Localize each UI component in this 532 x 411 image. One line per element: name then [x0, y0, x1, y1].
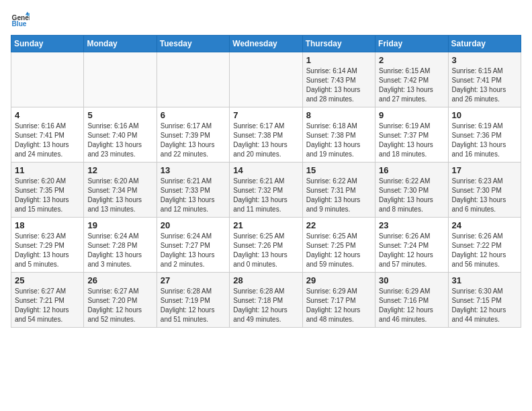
day-info: Sunrise: 6:19 AMSunset: 7:37 PMDaylight:…: [379, 122, 444, 159]
calendar-cell: 31Sunrise: 6:30 AMSunset: 7:15 PMDayligh…: [448, 273, 521, 328]
calendar-cell: 10Sunrise: 6:19 AMSunset: 7:36 PMDayligh…: [448, 107, 521, 163]
weekday-header-wednesday: Wednesday: [230, 36, 302, 52]
calendar-cell: 12Sunrise: 6:20 AMSunset: 7:34 PMDayligh…: [84, 163, 157, 218]
calendar-cell: 1Sunrise: 6:14 AMSunset: 7:43 PMDaylight…: [302, 52, 375, 107]
weekday-header-saturday: Saturday: [448, 36, 521, 52]
calendar-cell: 29Sunrise: 6:29 AMSunset: 7:17 PMDayligh…: [302, 273, 375, 328]
day-info: Sunrise: 6:21 AMSunset: 7:32 PMDaylight:…: [233, 177, 298, 214]
calendar-week-1: 1Sunrise: 6:14 AMSunset: 7:43 PMDaylight…: [11, 52, 521, 107]
calendar-cell: 18Sunrise: 6:23 AMSunset: 7:29 PMDayligh…: [11, 218, 84, 273]
calendar-cell: 28Sunrise: 6:28 AMSunset: 7:18 PMDayligh…: [230, 273, 302, 328]
calendar-cell: [157, 52, 229, 107]
day-number: 9: [379, 110, 444, 120]
calendar-cell: 16Sunrise: 6:22 AMSunset: 7:30 PMDayligh…: [375, 163, 448, 218]
day-number: 2: [379, 55, 444, 65]
logo: General Blue: [11, 11, 31, 30]
calendar-cell: [11, 52, 84, 107]
day-number: 1: [306, 55, 371, 65]
day-number: 6: [161, 110, 226, 120]
calendar-cell: 2Sunrise: 6:15 AMSunset: 7:42 PMDaylight…: [375, 52, 448, 107]
weekday-header-monday: Monday: [84, 36, 157, 52]
day-number: 13: [161, 165, 226, 175]
day-info: Sunrise: 6:29 AMSunset: 7:16 PMDaylight:…: [379, 287, 444, 324]
calendar-cell: 4Sunrise: 6:16 AMSunset: 7:41 PMDaylight…: [11, 107, 84, 163]
calendar-cell: 19Sunrise: 6:24 AMSunset: 7:28 PMDayligh…: [84, 218, 157, 273]
day-info: Sunrise: 6:27 AMSunset: 7:20 PMDaylight:…: [87, 287, 152, 324]
day-info: Sunrise: 6:29 AMSunset: 7:17 PMDaylight:…: [306, 287, 371, 324]
day-info: Sunrise: 6:23 AMSunset: 7:30 PMDaylight:…: [452, 177, 517, 214]
day-number: 26: [87, 275, 152, 285]
day-info: Sunrise: 6:15 AMSunset: 7:41 PMDaylight:…: [452, 66, 517, 104]
day-number: 4: [15, 110, 80, 120]
day-info: Sunrise: 6:26 AMSunset: 7:24 PMDaylight:…: [379, 232, 444, 269]
day-info: Sunrise: 6:22 AMSunset: 7:30 PMDaylight:…: [379, 177, 444, 214]
calendar-cell: 27Sunrise: 6:28 AMSunset: 7:19 PMDayligh…: [157, 273, 229, 328]
day-number: 7: [233, 110, 298, 120]
weekday-header-thursday: Thursday: [302, 36, 375, 52]
calendar-week-5: 25Sunrise: 6:27 AMSunset: 7:21 PMDayligh…: [11, 273, 521, 328]
calendar-cell: 13Sunrise: 6:21 AMSunset: 7:33 PMDayligh…: [157, 163, 229, 218]
weekday-row: SundayMondayTuesdayWednesdayThursdayFrid…: [11, 36, 521, 52]
day-number: 8: [306, 110, 371, 120]
day-info: Sunrise: 6:17 AMSunset: 7:39 PMDaylight:…: [161, 122, 226, 159]
day-number: 10: [452, 110, 517, 120]
day-info: Sunrise: 6:19 AMSunset: 7:36 PMDaylight:…: [452, 122, 517, 159]
weekday-header-tuesday: Tuesday: [157, 36, 229, 52]
weekday-header-sunday: Sunday: [11, 36, 84, 52]
day-number: 30: [379, 275, 444, 285]
day-info: Sunrise: 6:17 AMSunset: 7:38 PMDaylight:…: [233, 122, 298, 159]
day-number: 11: [15, 165, 80, 175]
day-number: 31: [452, 275, 517, 285]
logo-icon: General Blue: [11, 11, 30, 30]
calendar-cell: [84, 52, 157, 107]
calendar-cell: 5Sunrise: 6:16 AMSunset: 7:40 PMDaylight…: [84, 107, 157, 163]
day-info: Sunrise: 6:27 AMSunset: 7:21 PMDaylight:…: [15, 287, 80, 324]
day-number: 14: [233, 165, 298, 175]
day-number: 18: [15, 220, 80, 230]
day-number: 24: [452, 220, 517, 230]
day-number: 25: [15, 275, 80, 285]
page-header: General Blue: [11, 11, 521, 30]
calendar-cell: 25Sunrise: 6:27 AMSunset: 7:21 PMDayligh…: [11, 273, 84, 328]
day-info: Sunrise: 6:18 AMSunset: 7:38 PMDaylight:…: [306, 122, 371, 159]
day-info: Sunrise: 6:20 AMSunset: 7:34 PMDaylight:…: [87, 177, 152, 214]
day-number: 5: [87, 110, 152, 120]
calendar-cell: 14Sunrise: 6:21 AMSunset: 7:32 PMDayligh…: [230, 163, 302, 218]
day-info: Sunrise: 6:23 AMSunset: 7:29 PMDaylight:…: [15, 232, 80, 269]
day-info: Sunrise: 6:16 AMSunset: 7:40 PMDaylight:…: [87, 122, 152, 159]
calendar-cell: 11Sunrise: 6:20 AMSunset: 7:35 PMDayligh…: [11, 163, 84, 218]
day-number: 17: [452, 165, 517, 175]
day-info: Sunrise: 6:26 AMSunset: 7:22 PMDaylight:…: [452, 232, 517, 269]
calendar-week-3: 11Sunrise: 6:20 AMSunset: 7:35 PMDayligh…: [11, 163, 521, 218]
calendar-cell: 22Sunrise: 6:25 AMSunset: 7:25 PMDayligh…: [302, 218, 375, 273]
calendar-cell: 3Sunrise: 6:15 AMSunset: 7:41 PMDaylight…: [448, 52, 521, 107]
day-info: Sunrise: 6:24 AMSunset: 7:27 PMDaylight:…: [161, 232, 226, 269]
svg-text:Blue: Blue: [12, 20, 27, 28]
day-number: 12: [87, 165, 152, 175]
day-number: 22: [306, 220, 371, 230]
day-info: Sunrise: 6:21 AMSunset: 7:33 PMDaylight:…: [161, 177, 226, 214]
day-number: 27: [161, 275, 226, 285]
day-info: Sunrise: 6:25 AMSunset: 7:26 PMDaylight:…: [233, 232, 298, 269]
calendar-week-4: 18Sunrise: 6:23 AMSunset: 7:29 PMDayligh…: [11, 218, 521, 273]
calendar-cell: 8Sunrise: 6:18 AMSunset: 7:38 PMDaylight…: [302, 107, 375, 163]
calendar-cell: 9Sunrise: 6:19 AMSunset: 7:37 PMDaylight…: [375, 107, 448, 163]
day-number: 16: [379, 165, 444, 175]
day-number: 3: [452, 55, 517, 65]
day-info: Sunrise: 6:28 AMSunset: 7:18 PMDaylight:…: [233, 287, 298, 324]
calendar-cell: 23Sunrise: 6:26 AMSunset: 7:24 PMDayligh…: [375, 218, 448, 273]
calendar-cell: 26Sunrise: 6:27 AMSunset: 7:20 PMDayligh…: [84, 273, 157, 328]
day-info: Sunrise: 6:20 AMSunset: 7:35 PMDaylight:…: [15, 177, 80, 214]
weekday-header-friday: Friday: [375, 36, 448, 52]
day-number: 19: [87, 220, 152, 230]
day-info: Sunrise: 6:30 AMSunset: 7:15 PMDaylight:…: [452, 287, 517, 324]
day-info: Sunrise: 6:28 AMSunset: 7:19 PMDaylight:…: [161, 287, 226, 324]
calendar-cell: 24Sunrise: 6:26 AMSunset: 7:22 PMDayligh…: [448, 218, 521, 273]
day-number: 23: [379, 220, 444, 230]
day-info: Sunrise: 6:22 AMSunset: 7:31 PMDaylight:…: [306, 177, 371, 214]
day-number: 21: [233, 220, 298, 230]
calendar-header: SundayMondayTuesdayWednesdayThursdayFrid…: [11, 36, 521, 52]
calendar-cell: 21Sunrise: 6:25 AMSunset: 7:26 PMDayligh…: [230, 218, 302, 273]
calendar-cell: [230, 52, 302, 107]
day-number: 20: [161, 220, 226, 230]
